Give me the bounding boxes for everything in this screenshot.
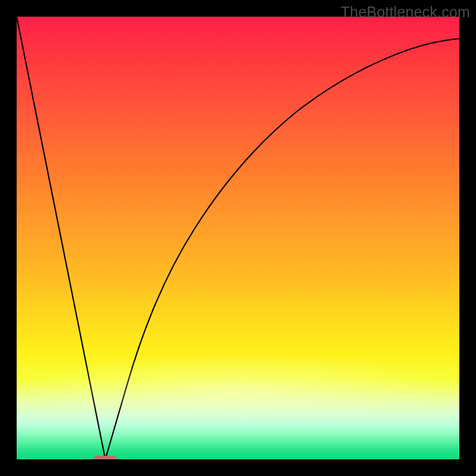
bottleneck-curve [17,17,459,459]
curve-right-branch [105,39,459,459]
bottleneck-marker [93,456,117,459]
plot-area [17,17,459,459]
chart-frame: TheBottleneck.com [0,0,476,476]
curve-left-branch [17,17,105,459]
watermark-text: TheBottleneck.com [341,4,470,21]
